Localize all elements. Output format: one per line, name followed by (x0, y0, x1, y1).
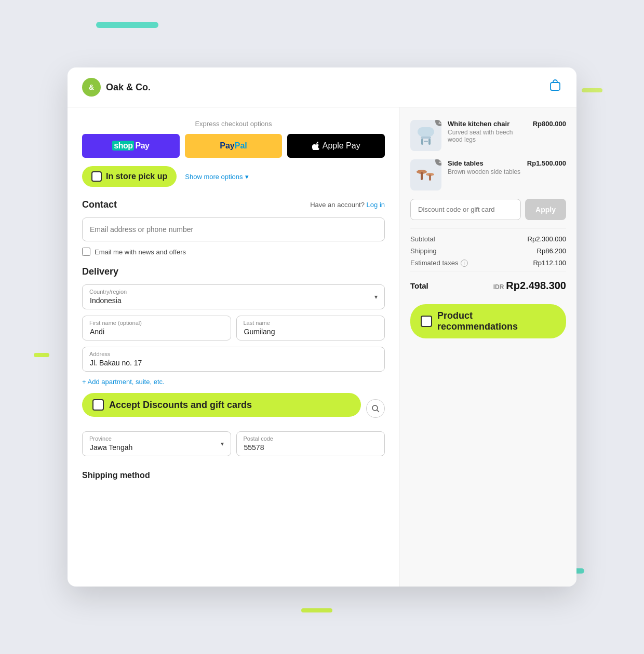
province-select[interactable]: Jawa Tengah (82, 431, 231, 456)
news-offers-row: Email me with news and offers (82, 248, 385, 256)
postal-wrapper: Postal code (236, 431, 385, 456)
last-name-wrapper: Last name (236, 316, 385, 340)
account-link: Have an account? Log in (310, 201, 385, 209)
item-price-1: Rp1.500.000 (527, 159, 566, 167)
address-input[interactable] (82, 347, 385, 372)
news-offers-checkbox[interactable] (82, 248, 90, 256)
last-name-input[interactable] (236, 316, 385, 340)
first-name-input[interactable] (82, 316, 231, 340)
order-totals: Subtotal Rp2.300.000 Shipping Rp86.200 E… (410, 228, 566, 292)
login-link[interactable]: Log in (367, 201, 385, 209)
logo-icon: & (82, 78, 101, 97)
shipping-method-title: Shipping method (82, 462, 385, 480)
accept-discounts-badge[interactable]: Accept Discounts and gift cards (82, 393, 361, 417)
svg-line-2 (377, 410, 379, 412)
accept-discounts-checkbox[interactable] (92, 399, 104, 411)
pickup-row: In store pick up Show more options ▾ (82, 166, 385, 187)
product-recommendations-badge[interactable]: Product recommendations (410, 304, 566, 338)
search-icon-circle[interactable] (366, 399, 385, 418)
city-postal-row: Province Jawa Tengah ▾ Postal code (82, 431, 385, 462)
shipping-row: Shipping Rp86.200 (410, 247, 566, 255)
accept-discounts-label: Accept Discounts and gift cards (109, 400, 252, 411)
contact-header: Contact Have an account? Log in (82, 199, 385, 210)
item-name-0: White kitchen chair (448, 120, 527, 128)
delivery-title: Delivery (82, 266, 385, 277)
body-split: Express checkout options shopPay PayPal (68, 107, 576, 587)
shoppay-label: shopPay (112, 141, 149, 151)
svg-rect-4 (421, 137, 431, 139)
cart-icon[interactable] (548, 79, 562, 96)
order-item-0: 2 White kitchen chair Curved seat with b… (410, 120, 566, 151)
svg-rect-6 (428, 139, 431, 145)
svg-rect-11 (429, 174, 431, 181)
header: & Oak & Co. (68, 67, 576, 107)
product-rec-label: Product recommendations (437, 310, 556, 332)
grand-total-value: IDRRp2.498.300 (493, 280, 566, 292)
country-wrapper: Country/region Indonesia ▾ (82, 284, 385, 309)
taxes-info-icon[interactable]: i (461, 260, 468, 267)
svg-rect-3 (418, 127, 434, 137)
contact-title: Contact (82, 199, 117, 210)
main-card: & Oak & Co. Express checkout options sho… (68, 67, 576, 587)
grand-total-label: Total (410, 281, 428, 290)
province-wrapper: Province Jawa Tengah ▾ (82, 431, 231, 456)
svg-rect-5 (421, 139, 423, 145)
item-image-chair: 2 (410, 120, 441, 151)
item-info-1: Side tables Brown wooden side tables (448, 159, 521, 175)
postal-input[interactable] (236, 431, 385, 456)
email-phone-input[interactable] (82, 217, 385, 241)
subtotal-value: Rp2.300.000 (528, 235, 566, 243)
shipping-label: Shipping (410, 247, 437, 255)
item-info-0: White kitchen chair Curved seat with bee… (448, 120, 527, 143)
shoppay-button[interactable]: shopPay (82, 134, 180, 158)
logo-name: Oak & Co. (106, 82, 151, 93)
apply-button[interactable]: Apply (525, 199, 566, 220)
discount-row: Apply (410, 199, 566, 220)
order-item-1: 1 Side tables Brown wooden side tables R… (410, 159, 566, 190)
in-store-checkbox[interactable] (91, 171, 102, 182)
news-offers-label[interactable]: Email me with news and offers (95, 248, 186, 256)
discount-input[interactable] (410, 199, 521, 220)
logo-area: & Oak & Co. (82, 78, 151, 97)
product-rec-checkbox[interactable] (421, 316, 432, 327)
right-panel: 2 White kitchen chair Curved seat with b… (400, 107, 576, 587)
applepay-label: Apple Pay (323, 141, 360, 151)
country-select[interactable]: Indonesia (82, 284, 385, 309)
shipping-value: Rp86.200 (537, 247, 566, 255)
paypal-button[interactable]: PayPal (185, 134, 283, 158)
item-image-table: 1 (410, 159, 441, 190)
first-name-wrapper: First name (optional) (82, 316, 231, 340)
express-buttons: shopPay PayPal Apple Pay (82, 134, 385, 158)
in-store-label: In store pick up (106, 172, 167, 181)
item-name-1: Side tables (448, 159, 521, 167)
grand-total-currency: IDR (493, 283, 504, 291)
item-desc-1: Brown wooden side tables (448, 168, 521, 175)
left-panel: Express checkout options shopPay PayPal (68, 107, 400, 587)
show-more-text: Show more options (185, 173, 243, 181)
svg-rect-7 (424, 141, 428, 142)
add-apartment-link[interactable]: + Add apartment, suite, etc. (82, 378, 385, 386)
applepay-button[interactable]: Apple Pay (287, 134, 385, 158)
subtotal-label: Subtotal (410, 235, 435, 243)
name-row: First name (optional) Last name (82, 316, 385, 347)
express-checkout-title: Express checkout options (82, 120, 385, 128)
paypal-label: PayPal (220, 141, 247, 151)
taxes-label: Estimated taxes i (410, 259, 468, 267)
address-wrapper: Address (82, 347, 385, 372)
subtotal-row: Subtotal Rp2.300.000 (410, 235, 566, 243)
grand-total-row: Total IDRRp2.498.300 (410, 280, 566, 292)
taxes-row: Estimated taxes i Rp112.100 (410, 259, 566, 267)
taxes-value: Rp112.100 (533, 259, 566, 267)
item-price-0: Rp800.000 (533, 120, 566, 128)
chevron-down-icon: ▾ (245, 173, 249, 181)
in-store-pickup-badge[interactable]: In store pick up (82, 166, 177, 187)
show-more-link[interactable]: Show more options ▾ (185, 173, 248, 181)
svg-rect-0 (551, 83, 560, 90)
item-desc-0: Curved seat with beech wood legs (448, 129, 527, 143)
svg-rect-9 (421, 172, 423, 180)
